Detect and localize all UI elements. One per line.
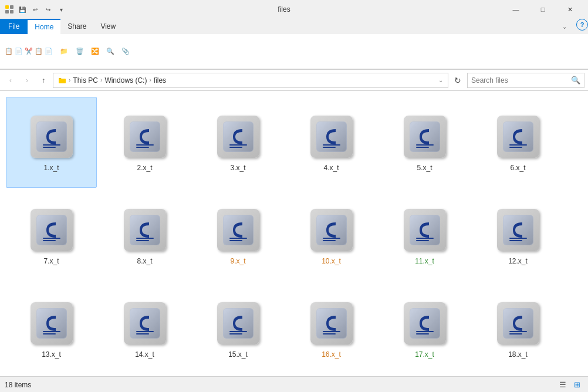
file-item-8[interactable]: 8.x_t: [99, 190, 190, 281]
file-name-15: 15.x_t: [228, 350, 248, 359]
db-icon-inner-16: [316, 308, 347, 339]
db-icon-3: [217, 116, 259, 158]
window-title: files: [68, 5, 500, 13]
folder-icon: [58, 76, 66, 85]
file-icon-10: [308, 207, 355, 254]
db-svg-15: [224, 309, 253, 338]
db-svg-2: [130, 122, 160, 151]
file-item-6[interactable]: 6.x_t: [472, 97, 563, 188]
svg-rect-13: [229, 147, 242, 148]
svg-rect-18: [416, 144, 434, 146]
file-item-5[interactable]: 5.x_t: [379, 97, 470, 188]
db-svg-12: [503, 215, 533, 245]
path-dropdown-icon[interactable]: ⌄: [438, 77, 443, 83]
db-icon-14: [124, 302, 166, 344]
file-item-17[interactable]: 17.x_t: [379, 283, 470, 374]
ribbon-tabs: File Home Share View ⌄ ?: [0, 19, 588, 34]
file-icon-4: [308, 113, 355, 160]
tab-share[interactable]: Share: [60, 19, 93, 34]
close-button[interactable]: ✕: [556, 0, 583, 19]
db-svg-9: [224, 215, 253, 245]
help-button[interactable]: ?: [576, 19, 588, 31]
svg-rect-51: [323, 331, 340, 332]
svg-rect-7: [43, 147, 56, 148]
path-windows-c[interactable]: Windows (C:): [104, 76, 147, 85]
db-icon-inner-4: [316, 121, 347, 152]
svg-rect-33: [323, 238, 340, 239]
file-item-12[interactable]: 12.x_t: [472, 190, 563, 281]
db-icon-18: [497, 302, 539, 344]
dropdown-icon[interactable]: ▾: [56, 5, 66, 14]
tab-home[interactable]: Home: [28, 19, 60, 34]
svg-rect-15: [323, 144, 340, 146]
address-path[interactable]: › This PC › Windows (C:) › files ⌄: [53, 73, 448, 88]
svg-rect-57: [509, 331, 527, 332]
svg-rect-34: [323, 240, 336, 241]
svg-rect-2: [5, 10, 9, 13]
redo-icon[interactable]: ↪: [43, 5, 53, 14]
db-icon-inner-7: [36, 215, 67, 245]
file-item-13[interactable]: 13.x_t: [6, 283, 97, 374]
db-icon-inner-9: [223, 215, 254, 245]
db-icon-inner-18: [503, 308, 533, 339]
file-icon-14: [121, 300, 168, 347]
db-svg-7: [37, 215, 66, 245]
ribbon: File Home Share View ⌄ ? 📋 📄 ✂️ 📋 📄 📁 🗑️…: [0, 19, 588, 70]
svg-rect-10: [136, 147, 149, 148]
path-this-pc[interactable]: This PC: [73, 76, 98, 85]
file-name-5: 5.x_t: [417, 164, 432, 172]
tab-view[interactable]: View: [93, 19, 123, 34]
svg-rect-27: [136, 238, 154, 239]
file-name-17: 17.x_t: [415, 350, 434, 359]
svg-rect-28: [136, 240, 149, 241]
file-name-6: 6.x_t: [510, 164, 525, 172]
file-item-15[interactable]: 15.x_t: [192, 283, 283, 374]
file-item-9[interactable]: 9.x_t: [192, 190, 283, 281]
db-icon-9: [217, 209, 259, 251]
app-icon: [5, 5, 14, 14]
save-icon: 💾: [18, 5, 27, 14]
db-svg-17: [410, 309, 440, 338]
file-name-3: 3.x_t: [230, 164, 245, 172]
file-item-3[interactable]: 3.x_t: [192, 97, 283, 188]
svg-rect-55: [416, 333, 429, 334]
file-item-11[interactable]: 11.x_t: [379, 190, 470, 281]
svg-rect-4: [59, 79, 66, 83]
file-icon-8: [121, 207, 168, 254]
path-files[interactable]: files: [154, 76, 166, 85]
undo-icon[interactable]: ↩: [31, 5, 40, 14]
view-grid-button[interactable]: ⊞: [570, 379, 583, 391]
forward-button[interactable]: ›: [20, 73, 34, 87]
refresh-button[interactable]: ↻: [451, 73, 465, 87]
file-icon-16: [308, 300, 355, 347]
svg-rect-46: [136, 333, 149, 334]
file-item-2[interactable]: 2.x_t: [99, 97, 190, 188]
db-icon-5: [404, 116, 446, 158]
minimize-button[interactable]: —: [502, 0, 529, 19]
file-item-4[interactable]: 4.x_t: [286, 97, 377, 188]
search-box[interactable]: 🔍: [467, 73, 584, 88]
file-item-18[interactable]: 18.x_t: [472, 283, 563, 374]
svg-rect-16: [323, 147, 336, 148]
file-item-10[interactable]: 10.x_t: [286, 190, 377, 281]
svg-rect-19: [416, 147, 429, 148]
file-item-16[interactable]: 16.x_t: [286, 283, 377, 374]
file-item-14[interactable]: 14.x_t: [99, 283, 190, 374]
view-list-button[interactable]: ☰: [556, 379, 569, 391]
file-item-1[interactable]: 1.x_t: [6, 97, 97, 188]
file-grid: 1.x_t: [0, 91, 588, 376]
file-icon-2: [121, 113, 168, 160]
maximize-button[interactable]: □: [529, 0, 556, 19]
svg-rect-1: [10, 5, 13, 9]
up-button[interactable]: ↑: [36, 73, 50, 87]
svg-rect-22: [509, 147, 522, 148]
tab-file[interactable]: File: [0, 19, 28, 34]
file-icon-9: [215, 207, 262, 254]
file-item-7[interactable]: 7.x_t: [6, 190, 97, 281]
status-bar: 18 items ☰ ⊞: [0, 376, 588, 392]
svg-rect-48: [229, 331, 247, 332]
ribbon-expand-button[interactable]: ⌄: [555, 19, 574, 34]
db-icon-inner-8: [130, 215, 160, 245]
back-button[interactable]: ‹: [4, 73, 18, 87]
search-input[interactable]: [471, 76, 569, 85]
